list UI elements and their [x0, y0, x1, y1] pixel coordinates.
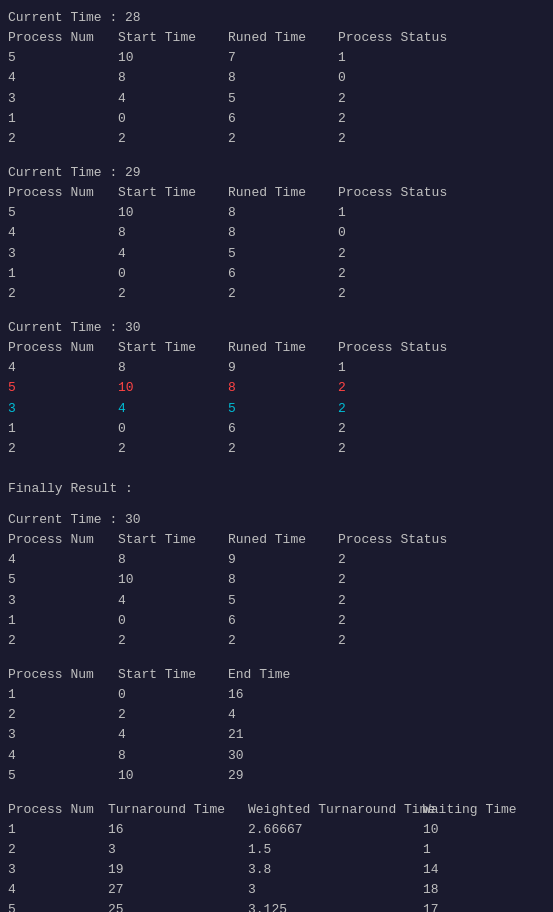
block-ct30-pre: Current Time : 30Process NumStart TimeRu…: [8, 318, 545, 459]
finally-result-label: Finally Result :: [8, 481, 545, 496]
final-current-time-30: Current Time : 30: [8, 510, 545, 530]
app-container: Current Time : 28Process NumStart TimeRu…: [8, 8, 545, 912]
block-ct28: Current Time : 28Process NumStart TimeRu…: [8, 8, 545, 149]
current-time-29: Current Time : 29: [8, 163, 545, 183]
final-block-ct30: Current Time : 30Process NumStart TimeRu…: [8, 510, 545, 651]
current-time-28: Current Time : 28: [8, 8, 545, 28]
end-time-table: Process NumStart TimeEnd Time10162243421…: [8, 665, 545, 786]
current-time-30-pre: Current Time : 30: [8, 318, 545, 338]
block-ct29: Current Time : 29Process NumStart TimeRu…: [8, 163, 545, 304]
metrics-table: Process NumTurnaround TimeWeighted Turna…: [8, 800, 545, 912]
